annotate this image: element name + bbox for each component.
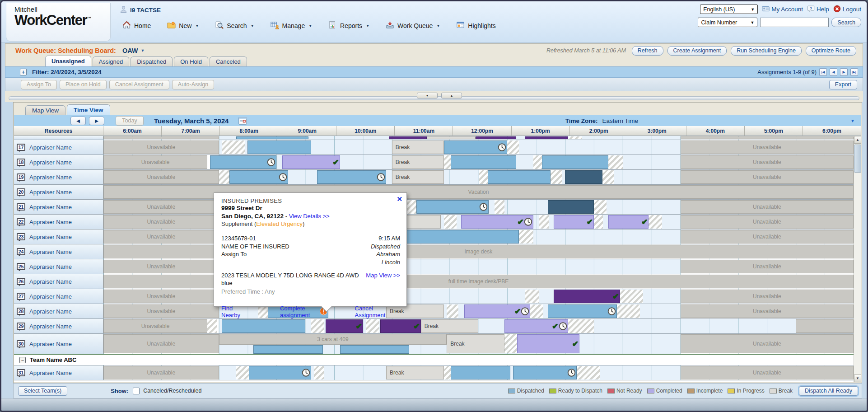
- nav-item-work-queue[interactable]: Work Queue▼: [386, 21, 440, 31]
- schedule-block-brk[interactable]: Break: [392, 155, 444, 169]
- schedule-block-purp[interactable]: [476, 136, 516, 139]
- appraiser-name-link[interactable]: Appraiser Name: [29, 263, 72, 270]
- pager-first-button[interactable]: |◀: [819, 68, 827, 76]
- schedule-block-un[interactable]: Unavailable: [681, 304, 854, 318]
- find-nearby-link[interactable]: Find Nearby: [221, 305, 250, 318]
- run-scheduling-engine-button[interactable]: Run Scheduling Engine: [731, 46, 802, 56]
- appraiser-name-link[interactable]: Appraiser Name: [29, 234, 72, 240]
- schedule-block-disp[interactable]: [488, 170, 551, 184]
- schedule-block-comp[interactable]: ✔: [461, 215, 533, 229]
- dispatch-all-ready-button[interactable]: Dispatch All Ready: [799, 386, 858, 396]
- appraiser-name-link[interactable]: Appraiser Name: [29, 174, 72, 181]
- previous-day-button[interactable]: ◀: [70, 117, 86, 125]
- schedule-block-brk[interactable]: Break: [392, 170, 444, 184]
- schedule-block-disp[interactable]: [451, 366, 510, 379]
- schedule-block-un[interactable]: Unavailable: [103, 230, 219, 243]
- scroll-up-icon[interactable]: ▲: [854, 136, 861, 144]
- schedule-block-un[interactable]: Unavailable: [103, 260, 219, 273]
- schedule-block-disp[interactable]: [317, 170, 386, 184]
- create-assignment-button[interactable]: Create Assignment: [667, 46, 727, 56]
- appraiser-name-link[interactable]: Appraiser Name: [29, 144, 72, 151]
- schedule-block-un[interactable]: Unavailable: [681, 230, 854, 243]
- schedule-block-un[interactable]: [796, 319, 854, 333]
- queue-selector[interactable]: OAW▼: [122, 47, 145, 54]
- schedule-block-brk[interactable]: [427, 136, 476, 139]
- schedule-block-purp[interactable]: [525, 136, 568, 139]
- appraiser-name-link[interactable]: Appraiser Name: [29, 323, 72, 330]
- help-link[interactable]: ? Help: [807, 5, 829, 14]
- appraiser-name-link[interactable]: Appraiser Name: [29, 308, 72, 315]
- tab-dispatched[interactable]: Dispatched: [131, 56, 173, 66]
- schedule-block-un[interactable]: Unavailable: [681, 140, 854, 154]
- tab-time-view[interactable]: Time View: [67, 104, 110, 115]
- nav-item-highlights[interactable]: Highlights: [456, 21, 495, 31]
- appraiser-name-link[interactable]: Appraiser Name: [29, 293, 72, 300]
- schedule-block-brk[interactable]: Break: [392, 140, 444, 154]
- claim-field-select[interactable]: Claim Number▼: [698, 18, 757, 27]
- nav-item-new[interactable]: New▼: [167, 21, 199, 31]
- schedule-block-disp[interactable]: [444, 140, 508, 154]
- collapse-team-icon[interactable]: −: [19, 357, 26, 363]
- collapse-panel-button[interactable]: ▼: [417, 93, 438, 98]
- next-day-button[interactable]: ▶: [89, 117, 104, 125]
- nav-item-reports[interactable]: Reports▼: [328, 21, 369, 31]
- schedule-block-un[interactable]: Unavailable: [681, 366, 854, 379]
- schedule-block-purp[interactable]: [389, 136, 426, 139]
- schedule-block-un[interactable]: Unavailable: [103, 140, 219, 154]
- schedule-block-un[interactable]: Unavailable: [103, 215, 219, 229]
- view-details-link[interactable]: View Details >>: [289, 213, 330, 220]
- schedule-block-disp[interactable]: [210, 155, 276, 169]
- cancel-assignment-button[interactable]: Cancel Assignment: [109, 80, 169, 89]
- appraiser-name-link[interactable]: Appraiser Name: [29, 219, 72, 225]
- schedule-block-disp[interactable]: [451, 155, 516, 169]
- schedule-block-brk[interactable]: Break: [386, 366, 444, 379]
- auto-assign-button[interactable]: Auto-Assign: [172, 80, 214, 89]
- claim-search-button[interactable]: Search: [831, 18, 861, 27]
- appraiser-name-link[interactable]: Appraiser Name: [29, 278, 72, 285]
- schedule-block-disp[interactable]: [548, 304, 617, 318]
- appraiser-name-link[interactable]: Appraiser Name: [29, 370, 72, 376]
- schedule-block-un[interactable]: Unavailable: [681, 215, 854, 229]
- schedule-block-un[interactable]: Unavailable: [681, 200, 854, 214]
- schedule-block-un[interactable]: 3 cars at 409: [219, 334, 447, 345]
- schedule-block-purp[interactable]: ✔: [326, 319, 363, 333]
- schedule-block-un[interactable]: Unavailable: [103, 200, 219, 214]
- schedule-block-purp[interactable]: ✔: [380, 319, 420, 333]
- schedule-block-disp[interactable]: [513, 366, 577, 379]
- tab-on-hold[interactable]: On Hold: [174, 56, 208, 66]
- schedule-block-comp[interactable]: ✔: [282, 155, 340, 169]
- appraiser-name-link[interactable]: Appraiser Name: [29, 248, 72, 255]
- schedule-block-un[interactable]: Unavailable: [681, 170, 854, 184]
- schedule-block-un[interactable]: Unavailable: [103, 170, 219, 184]
- schedule-block-un[interactable]: Unavailable: [681, 334, 854, 353]
- scroll-down-icon[interactable]: ▼: [854, 375, 861, 382]
- tab-unassigned[interactable]: Unassigned: [45, 56, 91, 66]
- schedule-block-comp[interactable]: ✔: [608, 215, 649, 229]
- expand-panel-button[interactable]: ▲: [441, 93, 462, 98]
- schedule-block-un[interactable]: Unavailable: [103, 155, 207, 169]
- tab-map-view[interactable]: Map View: [25, 105, 65, 115]
- schedule-block-disp[interactable]: [236, 136, 308, 139]
- schedule-block-un[interactable]: [103, 136, 219, 139]
- schedule-block-disp[interactable]: [247, 140, 311, 154]
- schedule-block-un[interactable]: Unavailable: [681, 155, 854, 169]
- claim-number-input[interactable]: [760, 18, 829, 27]
- map-view-link[interactable]: Map View >>: [366, 272, 400, 287]
- nav-item-home[interactable]: Home: [122, 21, 151, 31]
- schedule-block-brk[interactable]: Break: [421, 319, 479, 333]
- today-button[interactable]: Today: [116, 116, 144, 126]
- schedule-block-un[interactable]: Unavailable: [681, 290, 854, 303]
- schedule-block-disp[interactable]: [542, 155, 608, 169]
- schedule-block-disp[interactable]: [229, 170, 288, 184]
- place-on-hold-button[interactable]: Place on Hold: [60, 80, 107, 89]
- expand-filter-button[interactable]: +: [20, 69, 27, 75]
- schedule-block-comp[interactable]: ✔: [504, 319, 568, 333]
- schedule-block-un[interactable]: [681, 136, 854, 139]
- schedule-block-comp[interactable]: ✔: [554, 215, 594, 229]
- nav-item-manage[interactable]: Manage▼: [271, 21, 313, 31]
- calendar-icon[interactable]: [238, 116, 247, 125]
- schedule-block-disp[interactable]: [253, 345, 322, 353]
- my-account-link[interactable]: My Account: [762, 5, 803, 14]
- pager-prev-button[interactable]: ◀: [830, 68, 837, 76]
- timezone-dropdown-icon[interactable]: ▼: [850, 118, 855, 123]
